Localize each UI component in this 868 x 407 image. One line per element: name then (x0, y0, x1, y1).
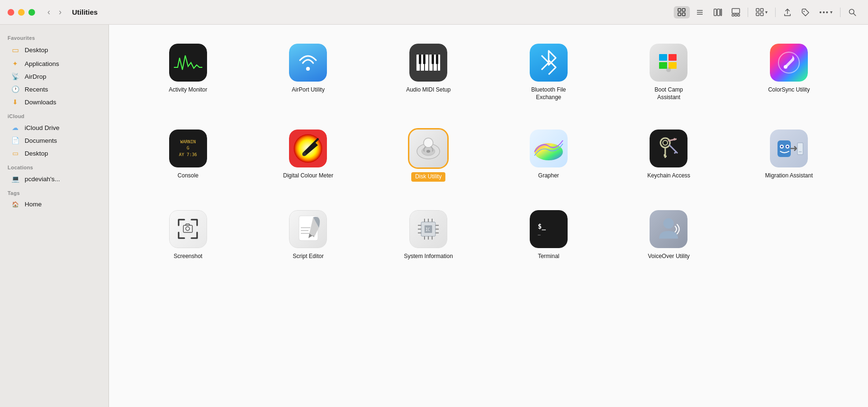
view-gallery-button[interactable] (728, 6, 744, 18)
app-item-screenshot[interactable]: Screenshot (128, 205, 248, 265)
app-item-digital-colour[interactable]: Digital Colour Meter (248, 125, 369, 186)
svg-rect-7 (714, 9, 716, 16)
app-icon-grapher (530, 130, 568, 167)
svg-point-45 (426, 150, 430, 153)
svg-rect-3 (682, 13, 685, 16)
sidebar-item-desktop[interactable]: ▭ Desktop (3, 43, 106, 57)
app-icon-script-editor (289, 210, 327, 248)
view-list-button[interactable] (692, 6, 708, 18)
svg-point-65 (186, 227, 190, 231)
svg-rect-57 (778, 140, 791, 157)
sidebar-item-documents[interactable]: 📄 Documents (3, 134, 106, 147)
app-label-disk-utility: Disk Utility (411, 172, 445, 182)
app-item-bootcamp[interactable]: Boot Camp Assistant (609, 39, 729, 106)
app-label-system-info: System Information (404, 253, 452, 260)
app-item-voiceover[interactable]: VoiceOver Utility (609, 205, 729, 265)
sidebar-item-home[interactable]: 🏠 Home (3, 198, 106, 210)
window-title: Utilities (72, 8, 98, 16)
app-icon-bootcamp (650, 44, 687, 82)
nav-buttons: ‹ › (45, 6, 64, 18)
app-icon-terminal: $_ — (530, 210, 568, 248)
app-label-terminal: Terminal (538, 253, 559, 260)
svg-rect-31 (436, 55, 438, 64)
app-label-digital-colour: Digital Colour Meter (283, 172, 333, 180)
app-icon-colorsync (770, 44, 808, 82)
svg-text:$_: $_ (538, 222, 546, 231)
app-item-disk-utility[interactable]: Disk Utility (368, 125, 488, 186)
app-item-bluetooth[interactable]: Bluetooth File Exchange (488, 39, 609, 106)
svg-rect-8 (717, 9, 720, 16)
sidebar-item-recents[interactable]: 🕐 Recents (3, 83, 106, 95)
sidebar-item-label-desktop: Desktop (25, 46, 48, 54)
sidebar-item-downloads[interactable]: ⬇ Downloads (3, 96, 106, 108)
svg-rect-64 (183, 225, 192, 232)
svg-rect-11 (732, 14, 734, 16)
svg-rect-51 (664, 154, 665, 157)
sidebar-item-icloud-drive[interactable]: ☁ iCloud Drive (3, 121, 106, 134)
svg-line-53 (669, 145, 678, 153)
svg-line-32 (542, 56, 549, 63)
minimize-button[interactable] (18, 9, 25, 16)
tag-button[interactable] (797, 6, 814, 18)
app-item-terminal[interactable]: $_ — Terminal (488, 205, 609, 265)
desktop2-icon: ▭ (10, 149, 20, 157)
svg-point-49 (663, 140, 668, 145)
app-item-keychain[interactable]: Keychain Access (609, 125, 729, 186)
sidebar-item-computer[interactable]: 💻 pcdeviah's... (3, 173, 106, 185)
svg-rect-1 (682, 9, 685, 11)
sidebar-item-applications[interactable]: ✦ Applications (3, 57, 106, 70)
group-button[interactable]: ▾ (752, 6, 771, 18)
app-item-grapher[interactable]: Grapher (488, 125, 609, 186)
app-item-colorsync[interactable]: ColorSync Utility (729, 39, 849, 106)
downloads-icon: ⬇ (10, 98, 20, 106)
close-button[interactable] (8, 9, 14, 16)
svg-rect-10 (732, 9, 740, 13)
app-item-migration[interactable]: Migration Assistant (729, 125, 849, 186)
app-icon-migration (770, 130, 808, 167)
app-item-airport-utility[interactable]: AirPort Utility (248, 39, 369, 106)
svg-rect-15 (760, 9, 763, 11)
app-item-audio-midi[interactable]: Audio MIDI Setup (368, 39, 488, 106)
view-grid-button[interactable] (674, 6, 690, 18)
sidebar-item-desktop2[interactable]: ▭ Desktop (3, 147, 106, 159)
svg-rect-0 (678, 9, 681, 11)
locations-section-label: Locations (0, 160, 108, 172)
app-icon-digital-colour (289, 130, 327, 167)
toolbar-separator-1 (748, 8, 748, 17)
svg-rect-62 (797, 143, 803, 155)
search-button[interactable] (844, 6, 860, 18)
svg-point-42 (302, 152, 306, 156)
back-button[interactable]: ‹ (45, 6, 53, 18)
applications-icon: ✦ (10, 60, 20, 67)
maximize-button[interactable] (28, 9, 35, 16)
app-icon-screenshot (169, 210, 207, 248)
app-label-migration: Migration Assistant (765, 172, 813, 180)
svg-rect-9 (721, 9, 722, 16)
airdrop-icon: 📡 (10, 73, 20, 80)
app-item-system-info[interactable]: IC System Information (368, 205, 488, 265)
svg-text:IC: IC (425, 228, 430, 232)
desktop-icon: ▭ (10, 46, 20, 55)
app-item-activity-monitor[interactable]: Activity Monitor (128, 39, 248, 106)
svg-rect-17 (760, 13, 763, 16)
svg-rect-36 (659, 62, 667, 69)
file-grid: Activity Monitor AirPort Utility (128, 39, 849, 265)
app-icon-console: WARNINGAY 7:36 (169, 130, 207, 167)
svg-rect-2 (678, 13, 681, 16)
view-columns-button[interactable] (710, 6, 726, 18)
more-button[interactable]: ••• ▾ (815, 7, 836, 18)
app-icon-disk-utility (409, 130, 447, 167)
svg-line-20 (854, 13, 856, 16)
sidebar-item-label-home: Home (25, 201, 42, 208)
app-item-console[interactable]: WARNINGAY 7:36 Console (128, 125, 248, 186)
forward-button[interactable]: › (56, 6, 64, 18)
svg-rect-52 (665, 156, 667, 157)
share-button[interactable] (779, 6, 796, 18)
app-icon-airport-utility (289, 44, 327, 82)
sidebar-item-airdrop[interactable]: 📡 AirDrop (3, 70, 106, 83)
app-label-keychain: Keychain Access (647, 172, 690, 180)
main-content: Favourites ▭ Desktop ✦ Applications 📡 Ai… (0, 25, 868, 407)
file-area: Activity Monitor AirPort Utility (109, 25, 868, 407)
app-item-script-editor[interactable]: Script Editor (248, 205, 369, 265)
svg-rect-28 (419, 55, 421, 64)
